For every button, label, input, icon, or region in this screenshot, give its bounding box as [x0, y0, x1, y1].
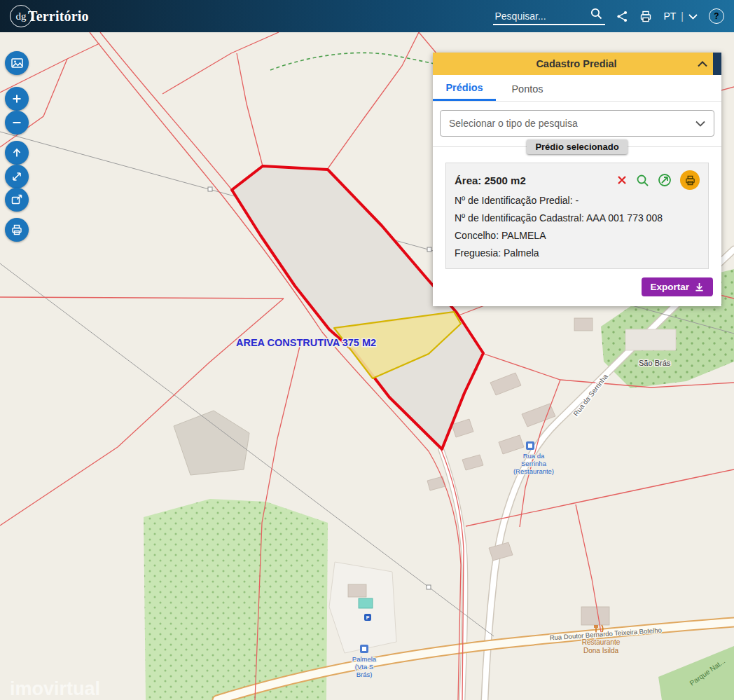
- stop-label-1: Rua da: [523, 452, 545, 460]
- search-type-select[interactable]: Selecionar o tipo de pesquisa: [440, 110, 714, 137]
- area-construtiva-label: AREA CONSTRUTIVA 375 M2: [236, 337, 376, 348]
- panel-header: Cadastro Predial: [433, 53, 721, 75]
- palmela-label-1: Palmela: [352, 655, 377, 663]
- property-id-cadastral: Nº de Identificação Cadastral: AAA 001 7…: [455, 212, 700, 225]
- watermark: imovirtual: [10, 678, 100, 699]
- remove-selection-icon[interactable]: [616, 174, 628, 186]
- top-bar: dg Território: [0, 0, 734, 32]
- palmela-label-2: (Vta S: [355, 663, 373, 671]
- fullscreen-button[interactable]: [5, 188, 29, 212]
- panel-title: Cadastro Predial: [461, 58, 692, 69]
- stop-label-3: (Restaurante): [513, 467, 554, 475]
- property-concelho: Concelho: PALMELA: [455, 229, 700, 242]
- tab-predios[interactable]: Prédios: [433, 75, 496, 101]
- select-chevron-down-icon: [695, 118, 705, 129]
- share-icon[interactable]: [616, 11, 628, 22]
- selected-property-badge: Prédio selecionado: [527, 139, 627, 154]
- stop-label-2: Serrinha: [521, 460, 547, 467]
- svg-text:P: P: [366, 615, 370, 620]
- help-icon[interactable]: ?: [709, 8, 724, 24]
- zoom-in-button[interactable]: [5, 87, 29, 111]
- palmela-label-3: Brás): [356, 671, 373, 678]
- sao-bras-label: São Brás: [639, 359, 671, 367]
- chevron-down-icon[interactable]: [688, 11, 698, 22]
- app-root: P AREA CONSTRUTIVA 375 M2 São Brás Rua d…: [0, 0, 734, 700]
- tab-pontos[interactable]: Pontos: [496, 75, 559, 101]
- property-info-card: Área: 2500 m2: [445, 163, 709, 269]
- search-box[interactable]: [493, 7, 605, 25]
- rua-serrinha-label: Rua da Serrinha: [572, 372, 609, 418]
- language-selector[interactable]: PT |: [663, 11, 698, 22]
- search-icon[interactable]: [590, 7, 602, 22]
- restaurant-label-1: Restaurante: [582, 638, 621, 646]
- print-icon[interactable]: [639, 11, 652, 22]
- print-property-icon[interactable]: [680, 170, 700, 190]
- property-freguesia: Freguesia: Palmela: [455, 247, 700, 260]
- zoom-to-property-icon[interactable]: [636, 174, 649, 187]
- search-type-value: Selecionar o tipo de pesquisa: [449, 118, 578, 129]
- collapse-panel-icon[interactable]: [692, 61, 713, 67]
- center-map-icon[interactable]: [658, 173, 672, 187]
- panel-tabs: Prédios Pontos: [433, 75, 721, 102]
- logo-text: Território: [28, 8, 89, 25]
- language-separator: |: [681, 11, 684, 22]
- measure-button[interactable]: [5, 165, 29, 188]
- export-label: Exportar: [650, 282, 689, 292]
- print-map-button[interactable]: [5, 218, 29, 242]
- property-area: Área: 2500 m2: [455, 174, 526, 186]
- poi-markers[interactable]: P: [360, 441, 603, 653]
- language-label: PT: [663, 11, 676, 22]
- download-icon: [694, 282, 705, 292]
- basemap-gallery-button[interactable]: [5, 51, 29, 75]
- property-id-predial: Nº de Identificação Predial: -: [455, 194, 700, 207]
- export-button[interactable]: Exportar: [642, 277, 713, 296]
- panel-dock-strip[interactable]: [713, 53, 721, 75]
- default-extent-button[interactable]: [5, 141, 29, 165]
- zoom-out-button[interactable]: [5, 111, 29, 135]
- restaurant-label-2: Dona Isilda: [583, 647, 618, 654]
- dgterritorio-logo[interactable]: dg Território: [10, 5, 89, 27]
- search-input[interactable]: [493, 10, 590, 22]
- cadastro-predial-panel: Cadastro Predial Prédios Pontos Selecion…: [433, 53, 721, 306]
